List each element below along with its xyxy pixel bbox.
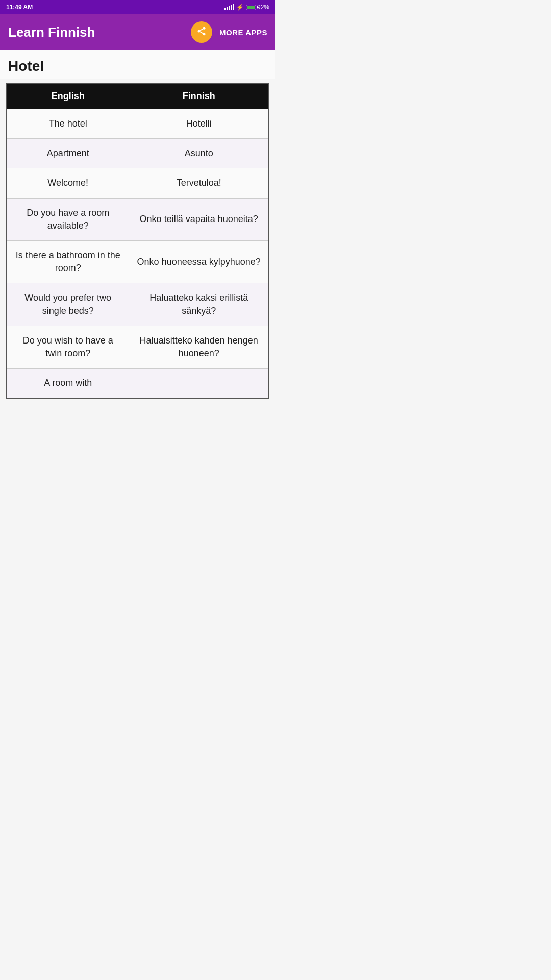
more-apps-button[interactable]: MORE APPS	[219, 28, 267, 37]
cell-finnish: Hotelli	[129, 109, 269, 139]
status-icons: ⚡ 92%	[224, 4, 269, 11]
svg-point-0	[203, 27, 206, 29]
header-actions: MORE APPS	[191, 21, 267, 43]
vocabulary-table-wrapper: English Finnish The hotelHotelliApartmen…	[0, 79, 276, 405]
page-title-section: Hotel	[0, 50, 276, 79]
table-row[interactable]: Do you have a room available?Onko teillä…	[7, 198, 269, 240]
share-icon	[196, 26, 207, 39]
battery-indicator: 92%	[246, 4, 269, 11]
cell-english: Apartment	[7, 139, 129, 168]
svg-line-4	[200, 29, 203, 30]
svg-point-2	[203, 33, 206, 35]
cell-finnish: Onko teillä vapaita huoneita?	[129, 198, 269, 240]
app-header: Learn Finnish MORE APPS	[0, 14, 276, 50]
signal-icon	[224, 4, 234, 10]
table-row[interactable]: Do you wish to have a twin room?Haluaisi…	[7, 326, 269, 368]
vocabulary-table: English Finnish The hotelHotelliApartmen…	[6, 83, 269, 399]
table-row[interactable]: The hotelHotelli	[7, 109, 269, 139]
app-title: Learn Finnish	[8, 24, 95, 40]
cell-english: The hotel	[7, 109, 129, 139]
cell-english: Do you wish to have a twin room?	[7, 326, 129, 368]
svg-point-1	[198, 30, 201, 32]
col-header-english: English	[7, 83, 129, 109]
table-row[interactable]: A room with	[7, 369, 269, 399]
charging-icon: ⚡	[236, 4, 244, 11]
cell-finnish: Tervetuloa!	[129, 168, 269, 198]
battery-fill	[247, 6, 255, 9]
table-row[interactable]: Is there a bathroom in the room?Onko huo…	[7, 240, 269, 283]
battery-icon	[246, 5, 256, 10]
cell-finnish	[129, 369, 269, 399]
cell-finnish: Haluaisitteko kahden hengen huoneen?	[129, 326, 269, 368]
cell-english: Do you have a room available?	[7, 198, 129, 240]
table-row[interactable]: ApartmentAsunto	[7, 139, 269, 168]
status-bar: 11:49 AM ⚡ 92%	[0, 0, 276, 14]
cell-finnish: Haluatteko kaksi erillistä sänkyä?	[129, 283, 269, 326]
status-time: 11:49 AM	[6, 4, 33, 11]
table-row[interactable]: Welcome!Tervetuloa!	[7, 168, 269, 198]
table-header-row: English Finnish	[7, 83, 269, 109]
cell-english: A room with	[7, 369, 129, 399]
cell-finnish: Onko huoneessa kylpyhuone?	[129, 240, 269, 283]
table-row[interactable]: Would you prefer two single beds?Haluatt…	[7, 283, 269, 326]
svg-line-3	[200, 32, 203, 33]
page-title: Hotel	[8, 58, 267, 75]
cell-english: Is there a bathroom in the room?	[7, 240, 129, 283]
battery-percent: 92%	[257, 4, 269, 11]
cell-english: Would you prefer two single beds?	[7, 283, 129, 326]
cell-finnish: Asunto	[129, 139, 269, 168]
share-button[interactable]	[191, 21, 212, 43]
cell-english: Welcome!	[7, 168, 129, 198]
col-header-finnish: Finnish	[129, 83, 269, 109]
